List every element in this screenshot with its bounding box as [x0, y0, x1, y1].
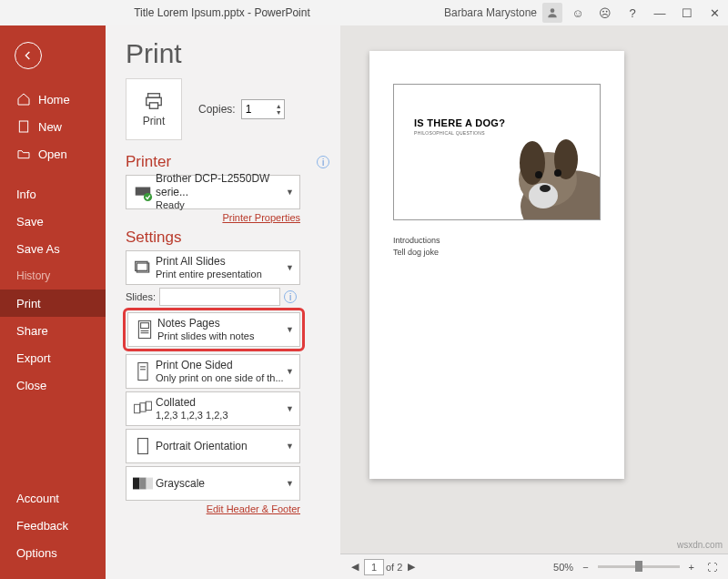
highlight-annotation: Notes PagesPrint slides with notes ▼	[123, 308, 305, 351]
close-button[interactable]: ✕	[701, 0, 728, 25]
print-preview-pane: IS THERE A DOG? PHILOSOPHICAL QUESTIONS	[340, 25, 728, 579]
nav-account[interactable]: Account	[0, 484, 106, 512]
chevron-down-icon: ▼	[284, 367, 296, 376]
chevron-down-icon: ▼	[284, 479, 296, 488]
feedback-smile-icon[interactable]: ☺	[564, 0, 592, 25]
zoom-out-button[interactable]: −	[579, 562, 592, 573]
printer-icon	[142, 91, 166, 111]
chevron-down-icon: ▼	[284, 404, 296, 413]
svg-point-25	[520, 141, 545, 185]
title-bar: Title Lorem Ipsum.pptx - PowerPoint Barb…	[0, 0, 728, 25]
preview-status-bar: ◀ 1 of 2 ▶ 50% − + ⛶	[340, 554, 728, 579]
page-of-label: of 2	[386, 562, 402, 573]
color-select[interactable]: Grayscale ▼	[126, 466, 300, 501]
svg-point-0	[551, 8, 555, 13]
printer-heading: Printer	[126, 153, 171, 171]
notes-page-icon	[132, 320, 157, 340]
edit-header-footer-link[interactable]: Edit Header & Footer	[207, 503, 300, 514]
prev-page-button[interactable]: ◀	[348, 561, 362, 573]
copies-input[interactable]: 1 ▲▼	[241, 99, 285, 119]
watermark: wsxdn.com	[677, 540, 723, 550]
print-button[interactable]: Print	[126, 78, 182, 140]
svg-point-28	[535, 171, 542, 178]
svg-rect-18	[146, 401, 151, 410]
slides-input[interactable]	[159, 288, 280, 306]
maximize-button[interactable]: ☐	[673, 0, 701, 25]
printer-select[interactable]: Brother DCP-L2550DW serie... Ready ▼	[126, 175, 300, 209]
nav-info[interactable]: Info	[0, 180, 106, 208]
svg-point-29	[554, 169, 561, 177]
svg-rect-10	[141, 323, 149, 329]
nav-save-as[interactable]: Save As	[0, 235, 106, 262]
svg-rect-20	[133, 478, 139, 490]
nav-export[interactable]: Export	[0, 344, 106, 371]
preview-page: IS THERE A DOG? PHILOSOPHICAL QUESTIONS	[369, 51, 624, 479]
nav-print[interactable]: Print	[0, 290, 106, 317]
chevron-down-icon: ▼	[284, 188, 296, 197]
printer-info-icon[interactable]: i	[317, 156, 329, 168]
portrait-icon	[130, 437, 156, 455]
grayscale-icon	[130, 477, 156, 490]
nav-label: Home	[38, 93, 70, 107]
user-avatar[interactable]	[542, 3, 562, 23]
new-icon	[16, 119, 31, 134]
collate-select[interactable]: Collated1,2,3 1,2,3 1,2,3 ▼	[126, 391, 300, 426]
slides-info-icon[interactable]: i	[284, 290, 297, 303]
nav-history: History	[0, 262, 106, 290]
settings-heading: Settings	[126, 229, 181, 247]
nav-feedback[interactable]: Feedback	[0, 512, 106, 539]
svg-rect-1	[19, 121, 27, 132]
zoom-label: 50%	[553, 562, 573, 573]
zoom-in-button[interactable]: +	[685, 562, 698, 573]
nav-label: Open	[38, 147, 67, 161]
svg-point-6	[144, 193, 152, 201]
svg-rect-4	[149, 103, 157, 108]
copies-spinner[interactable]: ▲▼	[276, 103, 284, 116]
dog-image	[489, 125, 601, 220]
open-icon	[16, 147, 31, 161]
page-title: Print	[126, 38, 333, 69]
page-input[interactable]: 1	[364, 559, 384, 575]
help-icon[interactable]: ?	[619, 0, 646, 25]
svg-rect-16	[135, 404, 140, 412]
preview-notes: Introductions Tell dog joke	[393, 235, 601, 258]
chevron-down-icon: ▼	[284, 263, 296, 272]
svg-rect-21	[139, 478, 146, 490]
slides-label: Slides:	[126, 291, 156, 302]
zoom-slider[interactable]	[598, 565, 680, 568]
slides-icon	[130, 259, 156, 277]
chevron-down-icon: ▼	[284, 442, 296, 451]
window-title: Title Lorem Ipsum.pptx - PowerPoint	[0, 6, 444, 19]
print-layout-select[interactable]: Notes PagesPrint slides with notes ▼	[127, 312, 300, 347]
next-page-button[interactable]: ▶	[404, 561, 419, 573]
nav-options[interactable]: Options	[0, 539, 106, 566]
preview-slide: IS THERE A DOG? PHILOSOPHICAL QUESTIONS	[393, 84, 601, 220]
orientation-select[interactable]: Portrait Orientation ▼	[126, 429, 300, 463]
svg-rect-17	[140, 403, 146, 411]
backstage-sidebar: Home New Open Info Save Save As History …	[0, 25, 106, 579]
svg-point-30	[540, 185, 551, 192]
printer-status-icon	[130, 182, 156, 202]
nav-label: New	[38, 120, 62, 134]
nav-open[interactable]: Open	[0, 140, 106, 168]
svg-rect-13	[138, 362, 147, 380]
chevron-down-icon: ▼	[284, 325, 296, 334]
nav-home[interactable]: Home	[0, 86, 106, 113]
nav-share[interactable]: Share	[0, 317, 106, 344]
one-sided-icon	[130, 361, 156, 381]
printer-properties-link[interactable]: Printer Properties	[222, 212, 300, 223]
user-name: Barbara Marystone	[444, 6, 537, 19]
print-sides-select[interactable]: Print One SidedOnly print on one side of…	[126, 354, 300, 389]
collated-icon	[130, 401, 156, 417]
nav-save[interactable]: Save	[0, 208, 106, 235]
nav-close[interactable]: Close	[0, 371, 106, 399]
minimize-button[interactable]: —	[646, 0, 673, 25]
back-button[interactable]	[15, 42, 42, 69]
nav-new[interactable]: New	[0, 113, 106, 140]
fit-to-window-button[interactable]: ⛶	[703, 562, 721, 573]
print-settings-panel: Print Print Copies: 1 ▲▼ Printer i	[106, 25, 340, 579]
copies-label: Copies:	[198, 103, 236, 116]
feedback-frown-icon[interactable]: ☹	[592, 0, 619, 25]
print-range-select[interactable]: Print All SlidesPrint entire presentatio…	[126, 250, 300, 285]
home-icon	[16, 92, 31, 107]
